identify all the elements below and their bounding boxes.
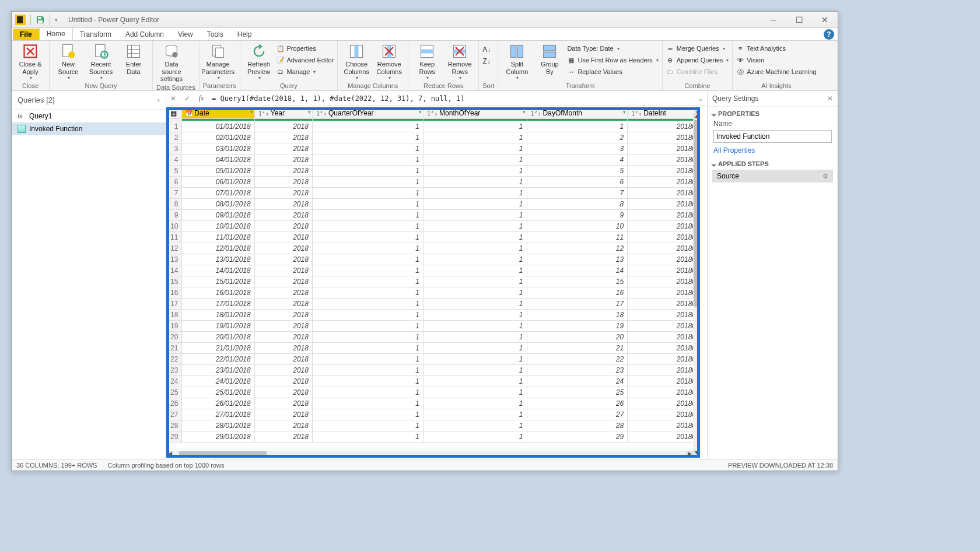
row-number[interactable]: 1 (167, 121, 182, 132)
cell[interactable]: 1 (312, 354, 423, 365)
cell[interactable]: 1 (423, 321, 527, 332)
cell[interactable]: 13 (527, 254, 628, 265)
cell[interactable]: 1 (423, 431, 527, 443)
row-number[interactable]: 16 (167, 287, 182, 299)
formula-accept-icon[interactable]: ✓ (180, 94, 194, 103)
cell[interactable]: 22 (527, 354, 628, 365)
vertical-scrollbar[interactable]: ▲ ▼ (693, 120, 700, 450)
close-settings-icon[interactable]: ✕ (827, 94, 833, 103)
cell[interactable]: 1 (312, 321, 423, 332)
manage-parameters-button[interactable]: Manage Parameters (203, 42, 233, 80)
row-number[interactable]: 12 (167, 243, 182, 254)
text-analytics-button[interactable]: ≡Text Analytics (736, 43, 816, 54)
collapse-queries-icon[interactable]: ‹ (158, 96, 160, 104)
cell[interactable]: 2018 (254, 310, 312, 321)
cell[interactable]: 2018 (254, 254, 312, 265)
cell[interactable]: 1 (312, 254, 423, 265)
cell[interactable]: 2018 (254, 365, 312, 376)
sort-desc-button[interactable]: Z↓ (482, 56, 491, 66)
cell[interactable]: 20180 (628, 343, 700, 354)
cell[interactable]: 1 (312, 287, 423, 299)
cell[interactable]: 2018 (254, 376, 312, 387)
cell[interactable]: 1 (312, 387, 423, 398)
cell[interactable]: 20180 (628, 276, 700, 287)
cell[interactable]: 09/01/2018 (182, 210, 254, 221)
cell[interactable]: 1 (312, 299, 423, 310)
cell[interactable]: 3 (527, 143, 628, 155)
cell[interactable]: 08/01/2018 (182, 199, 254, 210)
cell[interactable]: 2018 (254, 210, 312, 221)
cell[interactable]: 2018 (254, 354, 312, 365)
cell[interactable]: 23 (527, 365, 628, 376)
cell[interactable]: 2018 (254, 265, 312, 276)
remove-rows-button[interactable]: Remove Rows (444, 42, 475, 80)
cell[interactable]: 1 (423, 276, 527, 287)
maximize-button[interactable]: ☐ (786, 12, 812, 28)
cell[interactable]: 24/01/2018 (182, 376, 254, 387)
cell[interactable]: 1 (423, 210, 527, 221)
cell[interactable]: 20180 (628, 188, 700, 199)
cell[interactable]: 2018 (254, 276, 312, 287)
cell[interactable]: 26/01/2018 (182, 398, 254, 409)
cell[interactable]: 2018 (254, 143, 312, 155)
cell[interactable]: 10 (527, 221, 628, 232)
cell[interactable]: 7 (527, 188, 628, 199)
cell[interactable]: 1 (423, 166, 527, 177)
cell[interactable]: 20180 (628, 210, 700, 221)
cell[interactable]: 20180 (628, 166, 700, 177)
table-row[interactable]: 808/01/2018201811820180 (167, 199, 700, 210)
tab-tools[interactable]: Tools (200, 29, 230, 40)
cell[interactable]: 2018 (254, 299, 312, 310)
row-number[interactable]: 19 (167, 321, 182, 332)
tab-transform[interactable]: Transform (73, 29, 118, 40)
row-index-header[interactable]: ▦ (167, 108, 182, 119)
cell[interactable]: 20180 (628, 243, 700, 254)
cell[interactable]: 1 (312, 310, 423, 321)
cell[interactable]: 20180 (628, 431, 700, 443)
cell[interactable]: 1 (312, 398, 423, 409)
row-number[interactable]: 5 (167, 166, 182, 177)
cell[interactable]: 16/01/2018 (182, 287, 254, 299)
cell[interactable]: 1 (312, 332, 423, 343)
group-by-button[interactable]: Group By (534, 42, 565, 75)
help-icon[interactable]: ? (824, 29, 834, 40)
cell[interactable]: 20180 (628, 143, 700, 155)
properties-section[interactable]: PROPERTIES (708, 107, 838, 118)
scroll-right-icon[interactable]: ▶ (686, 451, 693, 458)
cell[interactable]: 1 (312, 155, 423, 166)
cell[interactable]: 2018 (254, 166, 312, 177)
cell[interactable]: 01/01/2018 (182, 121, 254, 132)
cell[interactable]: 20180 (628, 420, 700, 431)
table-row[interactable]: 303/01/2018201811320180 (167, 143, 700, 155)
cell[interactable]: 27 (527, 409, 628, 420)
table-row[interactable]: 1919/01/20182018111920180 (167, 321, 700, 332)
cell[interactable]: 15 (527, 276, 628, 287)
query-name-input[interactable] (713, 130, 832, 143)
cell[interactable]: 22/01/2018 (182, 354, 254, 365)
cell[interactable]: 1 (312, 188, 423, 199)
split-column-button[interactable]: Split Column (502, 42, 532, 80)
formula-cancel-icon[interactable]: ✕ (166, 94, 180, 103)
table-row[interactable]: 2020/01/20182018112020180 (167, 332, 700, 343)
cell[interactable]: 5 (527, 166, 628, 177)
cell[interactable]: 1 (423, 188, 527, 199)
replace-values-button[interactable]: ↔Replace Values (567, 66, 658, 77)
sort-asc-button[interactable]: A↓ (482, 44, 491, 55)
query-item[interactable]: Query1 (12, 110, 166, 122)
cell[interactable]: 1 (423, 155, 527, 166)
cell[interactable]: 20180 (628, 310, 700, 321)
cell[interactable]: 1 (423, 343, 527, 354)
cell[interactable]: 1 (423, 254, 527, 265)
save-icon[interactable] (36, 15, 45, 24)
v-scroll-thumb[interactable] (694, 120, 699, 307)
cell[interactable]: 1 (312, 431, 423, 443)
table-row[interactable]: 2828/01/20182018112820180 (167, 420, 700, 431)
cell[interactable]: 1 (423, 332, 527, 343)
scroll-up-icon[interactable]: ▲ (693, 113, 700, 120)
cell[interactable]: 1 (312, 276, 423, 287)
column-header[interactable]: 1²₃QuarterOfYear▾ (312, 108, 423, 119)
table-row[interactable]: 202/01/2018201811220180 (167, 132, 700, 143)
fx-icon[interactable]: fx (194, 94, 208, 103)
applied-step[interactable]: Source⚙ (712, 170, 833, 183)
cell[interactable]: 14 (527, 265, 628, 276)
